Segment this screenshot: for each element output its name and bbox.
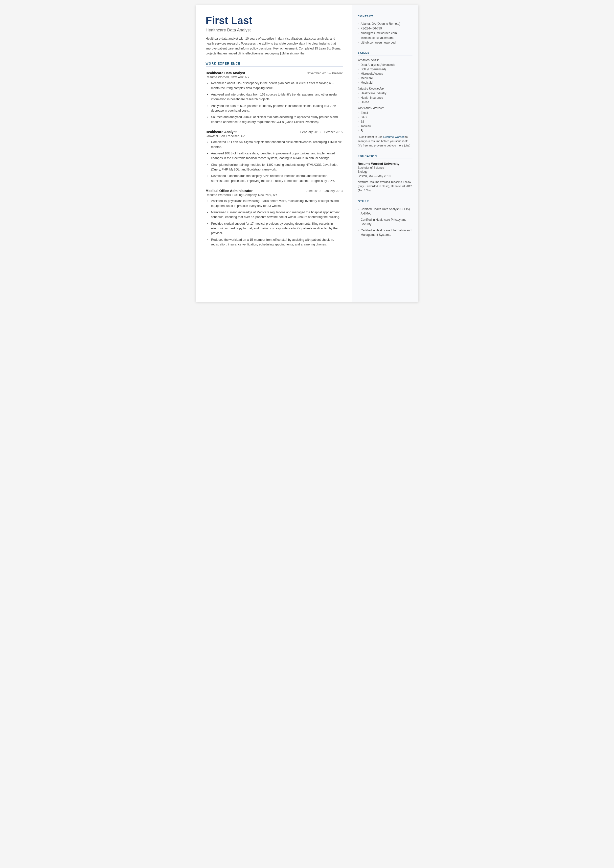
technical-skills-list: Data Analysis (Advanced) SQL (Experience… [358, 63, 412, 84]
skill-tech-2: Microsoft Access [358, 72, 412, 76]
skills-section: SKILLS Technical Skills: Data Analysis (… [358, 51, 412, 148]
other-list: Certified Health Data Analyst (CHDA) | A… [358, 207, 412, 237]
edu-location-date: Boston, MA — May 2010 [358, 174, 412, 179]
job-header-2: Healthcare Analyst February 2013 – Octob… [206, 130, 343, 134]
contact-item-0: Atlanta, GA (Open to Remote) [358, 22, 412, 25]
job-dates-3: June 2010 – January 2013 [306, 189, 343, 193]
contact-item-4: github.com/resumeworded [358, 41, 412, 44]
job-company-3: Resume Worded's Exciting Company, New Yo… [206, 193, 343, 197]
resume-worded-link[interactable]: Resume Worded [383, 135, 405, 138]
skill-tech-0: Data Analysis (Advanced) [358, 63, 412, 67]
resume-container: First Last Healthcare Data Analyst Healt… [196, 5, 419, 302]
job-bullets-3: Assisted 19 physicians in reviewing EMRs… [206, 199, 343, 247]
skill-tool-1: SAS [358, 116, 412, 119]
bullet-3-4: Reduced the workload on a 15-member fron… [207, 238, 343, 247]
job-block-3: Medical Office Administrator June 2010 –… [206, 189, 343, 247]
edu-awards: Awards: Resume Worded Teaching Fellow (o… [358, 180, 412, 193]
skills-note: · Don't forget to use Resume Worded to s… [358, 135, 412, 148]
skill-tech-3: Medicare [358, 76, 412, 80]
education-label: EDUCATION [358, 155, 412, 159]
job-company-1: Resume Worded, New York, NY [206, 76, 343, 79]
edu-field: Biology [358, 169, 412, 174]
industry-skills-list: Healthcare Industry Health Insurance HIP… [358, 92, 412, 104]
other-section: OTHER Certified Health Data Analyst (CHD… [358, 200, 412, 237]
other-item-0: Certified Health Data Analyst (CHDA) | A… [358, 207, 412, 216]
job-header-3: Medical Office Administrator June 2010 –… [206, 189, 343, 193]
job-title-3: Medical Office Administrator [206, 189, 253, 193]
skill-ind-1: Health Insurance [358, 96, 412, 99]
bullet-2-2: Analyzed 10GB of healthcare data, identi… [207, 151, 343, 161]
contact-label: CONTACT [358, 15, 412, 19]
bullet-3-1: Assisted 19 physicians in reviewing EMRs… [207, 199, 343, 208]
bullet-1-2: Analyzed and interpreted data from 159 s… [207, 92, 343, 102]
skill-tech-1: SQL (Experienced) [358, 68, 412, 71]
right-column: CONTACT Atlanta, GA (Open to Remote) +1-… [352, 5, 419, 302]
bullet-3-3: Provided clerical support for 17 medical… [207, 222, 343, 236]
bullet-2-1: Completed 15 Lean Six Sigma projects tha… [207, 140, 343, 149]
bullet-2-3: Championed online training modules for 1… [207, 163, 343, 172]
job-dates-1: November 2015 – Present [307, 71, 343, 75]
job-title-1: Healthcare Data Analyst [206, 71, 245, 75]
job-dates-2: February 2013 – October 2015 [301, 130, 343, 134]
job-block-2: Healthcare Analyst February 2013 – Octob… [206, 130, 343, 183]
tools-skills-list: Excel SAS 5S Tableau R [358, 111, 412, 132]
industry-skills-label: Industry Knowledge: [358, 87, 412, 90]
bullet-3-2: Maintained current knowledge of Medicare… [207, 210, 343, 220]
bullet-1-4: Sourced and analyzed 200GB of clinical t… [207, 115, 343, 124]
bullet-2-4: Developed 8 dashboards that display KPIs… [207, 174, 343, 183]
contact-item-2: email@resumeworded.com [358, 31, 412, 35]
skills-label: SKILLS [358, 51, 412, 56]
job-header-1: Healthcare Data Analyst November 2015 – … [206, 71, 343, 75]
contact-list: Atlanta, GA (Open to Remote) +1-234-456-… [358, 22, 412, 44]
edu-school: Resume Worded University [358, 162, 412, 166]
skill-tool-3: Tableau [358, 124, 412, 128]
skill-ind-0: Healthcare Industry [358, 92, 412, 95]
other-item-1: Certified in Healthcare Privacy and Secu… [358, 217, 412, 227]
job-bullets-2: Completed 15 Lean Six Sigma projects tha… [206, 140, 343, 183]
other-label: OTHER [358, 200, 412, 204]
contact-item-1: +1-234-456-789 [358, 27, 412, 30]
bullet-1-1: Reconciled about 91% discrepancy in the … [207, 81, 343, 90]
job-company-2: Growthsi, San Francisco, CA [206, 134, 343, 138]
job-bullets-1: Reconciled about 91% discrepancy in the … [206, 81, 343, 124]
tools-skills-label: Tools and Software: [358, 106, 412, 110]
skill-tool-0: Excel [358, 111, 412, 115]
technical-skills-label: Technical Skills: [358, 58, 412, 62]
summary-text: Healthcare data analyst with 10 years of… [206, 36, 343, 56]
edu-degree: Bachelor of Science [358, 166, 412, 169]
job-title-2: Healthcare Analyst [206, 130, 237, 134]
contact-section: CONTACT Atlanta, GA (Open to Remote) +1-… [358, 15, 412, 44]
skill-ind-2: HIPAA [358, 101, 412, 104]
skill-tech-4: Medicaid [358, 81, 412, 84]
other-item-2: Certified in Healthcare Information and … [358, 228, 412, 237]
candidate-title: Healthcare Data Analyst [206, 28, 343, 33]
contact-item-3: linkedin.com/in/username [358, 36, 412, 40]
left-column: First Last Healthcare Data Analyst Healt… [196, 5, 352, 302]
candidate-name: First Last [206, 15, 343, 26]
job-block-1: Healthcare Data Analyst November 2015 – … [206, 71, 343, 124]
work-experience-label: WORK EXPERIENCE [206, 62, 343, 67]
skill-tool-4: R [358, 129, 412, 132]
skill-tool-2: 5S [358, 120, 412, 123]
bullet-1-3: Analyzed the data of 5.9K patients to id… [207, 104, 343, 113]
education-section: EDUCATION Resume Worded University Bache… [358, 155, 412, 193]
